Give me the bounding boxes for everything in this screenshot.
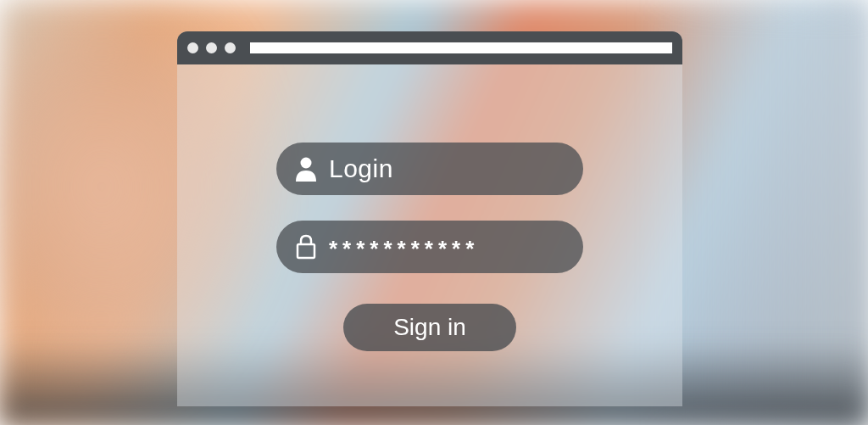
login-label: Login bbox=[329, 154, 393, 183]
window-control-dot[interactable] bbox=[187, 42, 198, 53]
password-field[interactable]: *********** bbox=[276, 221, 583, 273]
svg-point-0 bbox=[301, 158, 312, 169]
login-form: Login *********** Sign in bbox=[177, 64, 682, 351]
user-icon bbox=[295, 156, 317, 182]
window-control-dot[interactable] bbox=[225, 42, 236, 53]
lock-icon bbox=[295, 234, 317, 260]
login-field[interactable]: Login bbox=[276, 143, 583, 195]
svg-rect-1 bbox=[298, 244, 314, 258]
address-bar[interactable] bbox=[250, 42, 672, 53]
window-control-dot[interactable] bbox=[206, 42, 217, 53]
signin-button[interactable]: Sign in bbox=[343, 304, 516, 351]
password-masked-value: *********** bbox=[329, 236, 479, 262]
window-titlebar bbox=[177, 31, 682, 64]
browser-window: Login *********** Sign in bbox=[177, 31, 682, 406]
